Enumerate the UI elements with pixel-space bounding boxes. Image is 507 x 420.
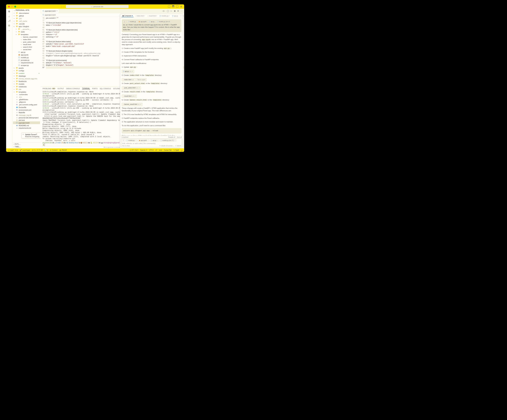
panel-icon[interactable]: ▣ [174, 10, 176, 12]
tree-item[interactable]: ⬨banner_result.html [13, 36, 40, 38]
ctx-chip[interactable]: ⬡api.py [148, 21, 155, 23]
tree-item[interactable]: ⬨post_select.html [13, 41, 40, 43]
tree-item[interactable]: ≡requirements.txt [13, 127, 40, 129]
tree-item[interactable]: ≡Makefile [13, 111, 40, 114]
ctx-chip[interactable]: ⬡api.py× [150, 139, 159, 142]
ports-status[interactable]: 📡 0 [45, 149, 48, 151]
tree-item[interactable]: >📁.devcontainer [13, 12, 40, 14]
panel-tab-debug[interactable]: DEBUG CONSOLE [66, 88, 80, 90]
bell-icon[interactable]: 🔔 [181, 149, 183, 151]
tree-item[interactable]: {}pixi.lock [13, 119, 40, 121]
tree-item[interactable]: ≡.cursorrules [13, 93, 40, 96]
layout-panel-icon[interactable] [172, 5, 174, 7]
cursor-pos[interactable]: Ln 97, Col 1 [130, 149, 138, 151]
launchpad[interactable]: 🚀 Launchpad [20, 149, 30, 151]
add-ctx-button[interactable]: + [122, 139, 125, 142]
max-dot[interactable] [14, 6, 16, 7]
tree-item[interactable]: ⬨social.html [13, 48, 40, 51]
code-block[interactable]: uvicorn apis.blogbot.api:app --reload [122, 128, 182, 133]
tree-item[interactable]: >📁.vscode [13, 22, 40, 25]
editor-tab[interactable]: ⬡ pyproject.toml × [41, 9, 59, 13]
tree-item[interactable]: ▣app.ipynb [13, 54, 40, 56]
file-chip[interactable]: ⬨post_select.html 1/1 ✓ [122, 86, 141, 90]
model-picker[interactable]: ✦ claude-3.5-sonnet ⌄ [159, 145, 174, 146]
more-icon[interactable]: ⋯ [180, 15, 182, 17]
problems-status[interactable]: ⊘0 ⚠0 ⓘ43 [32, 149, 43, 151]
nav-back[interactable]: ‹ [61, 5, 62, 8]
eol-status[interactable]: LF [155, 149, 157, 151]
ctx-tab[interactable]: ⬨index.html • [134, 15, 146, 17]
panel-tab-ports[interactable]: PORTS [92, 88, 98, 90]
tree-item[interactable]: ≡personal-site.lektorproject [13, 117, 40, 119]
file-chip[interactable]: ⬨result.html 1/3 ✓ [122, 95, 137, 98]
panel-tab-terminal[interactable]: TERMINAL [82, 88, 90, 90]
tree-item[interactable]: ⧉environment.yml [13, 109, 40, 111]
tree-item[interactable]: ≡.env [13, 96, 40, 98]
close-icon[interactable]: × [56, 10, 57, 12]
color-status[interactable]: ▤ #f9e64f [59, 149, 67, 151]
min-dot[interactable] [11, 6, 13, 7]
command-center[interactable]: ⌕ personal-site [66, 5, 129, 8]
file-chip[interactable]: ⬨banner_result.html 1/1 ✓ [122, 103, 142, 106]
more-icon[interactable]: ⋯ [181, 10, 183, 12]
tree-item[interactable]: >📁notebooks [13, 85, 40, 88]
encoding-status[interactable]: UTF-8 [149, 149, 153, 151]
ctx-chip[interactable]: ▣app.ipynb [138, 21, 148, 23]
tree-item[interactable]: v📁templates [13, 33, 40, 36]
reapply-button[interactable]: Reapply all [168, 136, 175, 138]
tree-item[interactable]: ≡.gitignore [13, 101, 40, 103]
save-all-button[interactable]: Save all [177, 136, 182, 138]
tree-item[interactable]: v📁apis / blogbot [13, 25, 40, 28]
layout-secondary-icon[interactable] [176, 5, 178, 7]
tree-item[interactable]: ⬡api.py [13, 51, 40, 54]
tree-item[interactable]: ▣Dockerfile [13, 106, 40, 109]
chevron-icon[interactable]: ⌄ [8, 29, 11, 32]
ctx-tab[interactable]: ⬡models.py • [159, 15, 170, 17]
timeline-section[interactable]: ›TIMEL… [12, 145, 41, 148]
tree-item[interactable]: >📁templates [13, 90, 40, 93]
composer-tab[interactable]: ▣ Composer [121, 14, 134, 17]
ctx-chip[interactable]: ⬡models.py (64-77)× [160, 139, 176, 142]
tree-item[interactable]: >📁__pycache__ [13, 28, 40, 30]
spell-status[interactable]: ✎ Spell [174, 149, 179, 151]
tree-item[interactable]: ◆README.md [13, 124, 40, 127]
submit-button[interactable]: ⇧ Submit [175, 145, 181, 146]
ctx-chip[interactable]: ⬡models.py× [126, 139, 137, 142]
panel-tab-output[interactable]: OUTPUT [57, 88, 64, 90]
tree-item[interactable]: >📁.github [13, 14, 40, 17]
tree-item[interactable]: ⬡scraper.py [13, 64, 40, 67]
ctx-chip[interactable]: ▣app.ipynb× [138, 139, 149, 142]
split-icon[interactable]: ▷ [171, 10, 172, 12]
run-icon[interactable]: ◁▷ [162, 10, 165, 12]
sidebar-title[interactable]: ⌄ PERSONAL-SITE [12, 9, 41, 12]
panel-tab-sql[interactable]: SQL CONSOLE [100, 88, 111, 90]
indent-status[interactable]: Spaces: 4 [140, 149, 147, 151]
tree-item[interactable]: >📁static [13, 30, 40, 33]
tree-item[interactable]: ▤message_log.db [13, 114, 40, 117]
search-icon[interactable]: ⌕ [8, 15, 11, 18]
tree-item[interactable]: >📁configs [13, 69, 40, 72]
branch-status[interactable]: ⎇ main* ⟳ ⊕ [8, 149, 18, 151]
ctx-chip[interactable]: ⬡models.py (16-17) [156, 21, 171, 23]
tree-item[interactable]: ⬡pyproject.toml [13, 121, 40, 124]
tree-item[interactable]: ≡.gitattributes [13, 98, 40, 101]
ctx-tab[interactable]: ⬨result.html • [146, 15, 158, 17]
tree-item[interactable]: ≡requirements.txt [13, 62, 40, 64]
add-icon[interactable]: + [183, 15, 184, 17]
panel-tab-problems[interactable]: PROBLEMS43 [42, 88, 55, 90]
panel-tab-gitlens[interactable]: GITLENS [113, 88, 120, 90]
gear-icon[interactable]: ⚙ [180, 5, 182, 8]
tree-item[interactable]: >📁site [13, 88, 40, 90]
connect-status[interactable]: ⊖ Connect [50, 149, 57, 151]
tree-item[interactable]: ⬨result.html [13, 43, 40, 46]
tree-item[interactable]: ⬨index.html [13, 38, 40, 41]
tree-item[interactable]: >📁.pixi [13, 17, 40, 20]
nav-fwd[interactable]: › [64, 5, 64, 8]
close-dot[interactable] [8, 6, 10, 7]
tree-item[interactable]: ⬡models.py [13, 56, 40, 59]
layout-sidebar-icon[interactable] [168, 5, 170, 7]
layout-icon[interactable]: ⊞ [177, 10, 179, 12]
tree-item[interactable]: ⬨search.html [13, 46, 40, 48]
scm-icon[interactable]: ⎇ [8, 20, 11, 22]
tree-item[interactable]: >📁ericmjl_website.egg-info [13, 77, 40, 80]
